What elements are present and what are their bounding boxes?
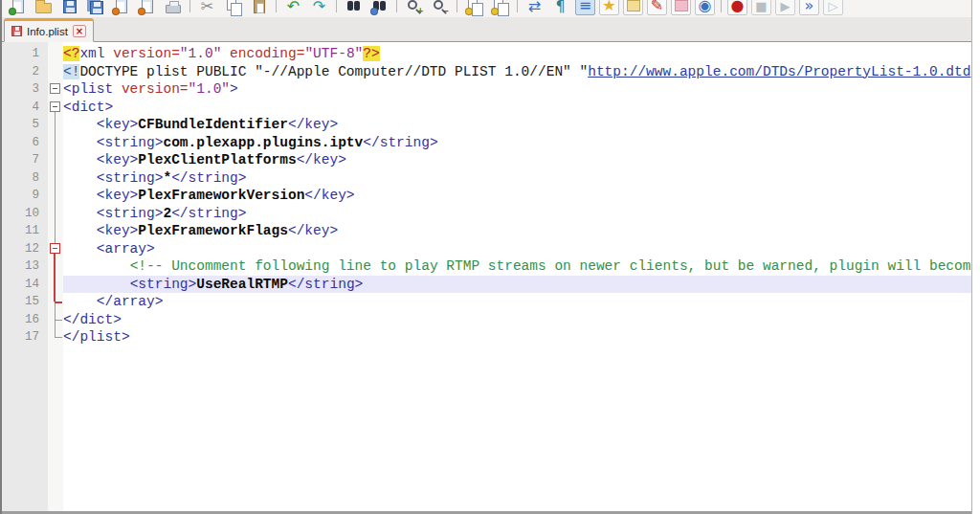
code-segment-plain (63, 188, 97, 203)
open-file-icon (35, 3, 52, 13)
close-button[interactable] (110, 0, 132, 16)
code-segment-plain (63, 117, 97, 132)
line-number: 5 (2, 116, 48, 134)
macro-playback-button: ▶ (775, 0, 795, 15)
code-segment-tag: <array> (97, 241, 155, 257)
code-segment-tag: <key> (97, 223, 139, 238)
code-line: </dict> (63, 311, 971, 329)
line-number: 7 (2, 151, 48, 169)
new-file-button[interactable] (7, 0, 29, 16)
show-indent-guide-button[interactable]: ≡ (575, 0, 595, 15)
document-switcher-button[interactable] (671, 0, 691, 15)
tab-info-plist[interactable]: Info.plist × (4, 18, 94, 42)
print-button[interactable] (162, 0, 184, 16)
code-segment-text: com.plexapp.plugins.iptv (163, 135, 363, 150)
code-segment-tag: <key> (97, 152, 139, 168)
zoom-in-button[interactable]: + (403, 0, 425, 16)
tab-close-icon[interactable]: × (73, 25, 86, 37)
fold-collapse-toggle[interactable] (50, 101, 60, 112)
redo-button[interactable]: ↷ (308, 0, 330, 16)
code-segment-text: CFBundleIdentifier (138, 117, 288, 132)
show-indent-guide-icon: ≡ (579, 0, 591, 13)
code-segment-plain (63, 170, 97, 186)
toolbar-separator (721, 0, 722, 12)
user-define-dialog-icon: ★ (602, 0, 615, 13)
line-number: 15 (2, 293, 48, 311)
code-segment-attr: version= (113, 46, 180, 61)
paste-button[interactable] (248, 0, 270, 16)
word-wrap-button[interactable]: ⇄ (523, 0, 546, 16)
line-number: 1 (2, 45, 48, 63)
document-map-icon (627, 0, 640, 11)
sync-vertical-scroll-button[interactable] (463, 0, 485, 16)
overlay-dot-icon (112, 8, 120, 15)
zoom-out-sign-icon: − (443, 6, 449, 16)
code-segment-val: "1.0" (189, 81, 231, 97)
editor: 1234567891011121314151617 <?xml version=… (2, 42, 971, 511)
line-number: 12 (2, 240, 48, 258)
code-segment-text: 2 (163, 206, 171, 221)
toolbar-separator (276, 0, 277, 12)
user-define-dialog-button[interactable]: ★ (599, 0, 619, 15)
save-all-button[interactable] (84, 0, 106, 16)
code-segment-tag: </string> (288, 277, 363, 292)
code-line: <string>UseRealRTMP</string> (63, 276, 971, 294)
macro-save-button[interactable]: » (799, 0, 819, 15)
code-line: </plist> (63, 328, 971, 346)
macro-start-recording-button[interactable]: ● (727, 0, 747, 15)
code-segment-text: PlexFrameworkFlags (138, 223, 288, 238)
open-file-button[interactable] (33, 0, 55, 16)
code-segment-tag: <key> (97, 188, 139, 203)
code-segment-text: UseRealRTMP (196, 277, 288, 292)
undo-button[interactable]: ↶ (282, 0, 304, 16)
code-line: <string>2</string> (63, 205, 971, 223)
line-number: 2 (2, 63, 48, 81)
text-editing-area[interactable]: <?xml version="1.0" encoding="UTF-8"?><!… (63, 42, 971, 511)
show-all-characters-icon: ¶ (555, 0, 565, 14)
unsaved-changes-icon (11, 26, 22, 36)
zoom-out-button[interactable]: − (429, 0, 451, 16)
define-your-language-button[interactable]: ✎ (647, 0, 667, 15)
code-segment-plain (63, 241, 97, 257)
fold-margin (48, 42, 63, 511)
code-segment-tag: <key> (97, 117, 139, 132)
code-line: <string>com.plexapp.plugins.iptv</string… (63, 134, 971, 152)
code-segment-plain (113, 81, 122, 97)
copy-button[interactable] (222, 0, 244, 16)
code-segment-xmldecl: ?> (363, 46, 379, 61)
replace-button[interactable] (368, 0, 390, 16)
fold-collapse-toggle[interactable] (50, 243, 60, 254)
zoom-out-icon (434, 0, 443, 10)
code-segment-tag: </string> (363, 135, 437, 150)
overlay-dot-icon (138, 8, 145, 15)
show-all-characters-button[interactable]: ¶ (549, 0, 571, 16)
document-map-button[interactable] (623, 0, 643, 15)
macro-run-multiple-button: ▷ (823, 0, 843, 15)
macro-playback-icon: ▶ (781, 0, 791, 12)
code-segment-tag: </string> (171, 206, 246, 221)
macro-stop-recording-button: ■ (751, 0, 771, 15)
macro-run-multiple-icon: ▷ (829, 0, 838, 12)
line-number: 13 (2, 257, 48, 276)
code-segment-tag: <string> (97, 135, 164, 150)
code-segment-plain (63, 258, 130, 274)
line-number: 3 (2, 80, 48, 99)
code-segment-tag: </key> (304, 188, 354, 203)
overlay-dot-icon (491, 8, 499, 15)
find-button[interactable] (343, 0, 365, 16)
sync-horizontal-scroll-button[interactable] (489, 0, 511, 16)
code-segment-link: http://www.apple.com/DTDs/PropertyList-1… (588, 64, 970, 79)
code-line: <key>PlexClientPlatforms</key> (63, 151, 971, 169)
code-line: <?xml version="1.0" encoding="UTF-8"?> (63, 45, 971, 63)
fold-tree-end (55, 320, 62, 321)
cut-button[interactable]: ✂ (196, 0, 218, 16)
monitoring-button[interactable]: ◉ (695, 0, 715, 15)
code-line: <!DOCTYPE plist PUBLIC "-//Apple Compute… (63, 63, 971, 81)
overlay-dot-icon (465, 8, 473, 15)
code-segment-tag: <dict> (63, 100, 113, 115)
close-all-button[interactable] (136, 0, 158, 16)
save-button[interactable] (58, 0, 80, 16)
fold-collapse-toggle[interactable] (50, 83, 60, 94)
code-line: <key>PlexFrameworkFlags</key> (63, 222, 971, 240)
code-segment-plain (63, 135, 97, 150)
